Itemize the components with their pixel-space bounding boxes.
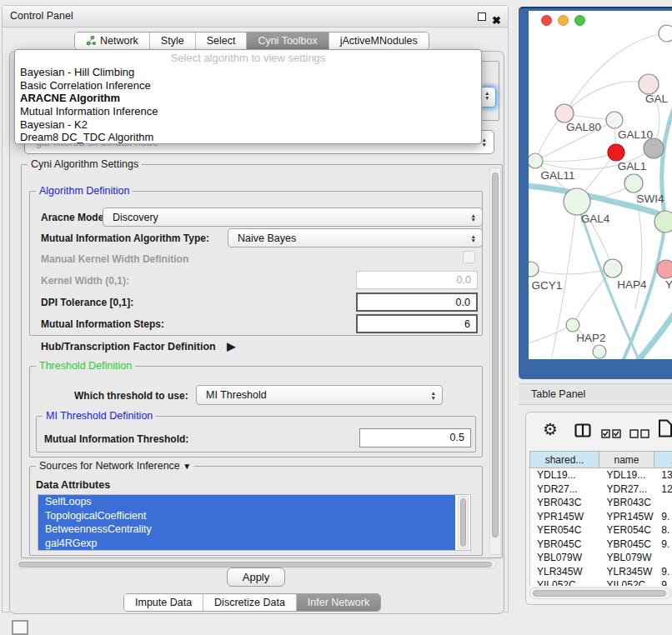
- node[interactable]: [639, 74, 659, 94]
- list-item[interactable]: SelfLoops: [38, 495, 455, 509]
- combo-arrows-icon: ▲▼: [471, 212, 476, 222]
- zoom-window-traffic-light[interactable]: [574, 15, 585, 26]
- table-row[interactable]: YLR345W YLR345W 9.: [530, 565, 672, 579]
- close-window-traffic-light[interactable]: [541, 15, 552, 26]
- node-label: SWI4: [636, 192, 664, 205]
- which-threshold-combo[interactable]: MI Threshold ▲▼: [196, 385, 443, 405]
- network-graph: GAL GAL80 GAL10 GAL1 GAL11 SWI4 GAL4 GCY…: [529, 11, 672, 359]
- table-row[interactable]: YER054C YER054C 8.: [530, 523, 672, 538]
- table-row[interactable]: YBL079W YBL079W: [530, 551, 672, 565]
- column-header[interactable]: name: [599, 451, 654, 468]
- node-gal80[interactable]: [555, 104, 574, 122]
- popup-item[interactable]: Mutual Information Inference: [15, 105, 481, 118]
- table-row[interactable]: YDL19... YDL19... 13: [530, 468, 672, 482]
- node-gal10[interactable]: [606, 112, 623, 128]
- mi-algorithm-type-label: Mutual Information Algorithm Type:: [41, 232, 209, 244]
- partial-corner-button[interactable]: [12, 620, 28, 635]
- network-canvas[interactable]: GAL GAL80 GAL10 GAL1 GAL11 SWI4 GAL4 GCY…: [529, 11, 672, 359]
- table-row[interactable]: YPR145W YPR145W 9.: [530, 510, 672, 524]
- column-header[interactable]: A: [654, 451, 672, 468]
- popup-item[interactable]: Bayesian - K2: [15, 118, 481, 132]
- algorithm-dropdown-popup: Select algorithm to view settings Bayesi…: [14, 49, 482, 144]
- node-swi4[interactable]: [624, 174, 643, 192]
- table-panel-body: ⚙ shared... name A: [525, 412, 672, 605]
- node-gal11[interactable]: [529, 153, 543, 168]
- node-label: HAP2: [576, 332, 605, 344]
- minimize-window-traffic-light[interactable]: [558, 15, 569, 26]
- gear-icon[interactable]: ⚙: [543, 419, 558, 439]
- tab-select[interactable]: Select: [195, 32, 247, 49]
- node[interactable]: [659, 25, 672, 42]
- table-hscroll-thumb[interactable]: [533, 590, 666, 597]
- popup-item[interactable]: Basic Correlation Inference: [15, 79, 481, 92]
- tab-network[interactable]: Network: [75, 32, 149, 49]
- mi-steps-field[interactable]: 6: [356, 314, 478, 333]
- control-panel-titlebar: Control Panel ✖: [3, 6, 508, 28]
- node-gray[interactable]: [644, 138, 664, 158]
- split-columns-icon[interactable]: [574, 423, 591, 441]
- float-window-icon[interactable]: [478, 12, 486, 21]
- tab-cyni-toolbox[interactable]: Cyni Toolbox: [246, 32, 328, 49]
- table-panel-header: Table Panel: [519, 383, 672, 405]
- popup-item[interactable]: Dream8 DC_TDC Algorithm: [15, 131, 481, 144]
- node-label: GAL1: [618, 160, 647, 172]
- mi-threshold-field[interactable]: 0.5: [359, 428, 471, 448]
- network-icon: [86, 36, 96, 46]
- list-item[interactable]: gal4RGexp: [38, 537, 455, 551]
- threshold-definition-title: Threshold Definition: [36, 360, 135, 372]
- popup-item[interactable]: Bayesian - Hill Climbing: [15, 66, 481, 79]
- hub-definition-toggle[interactable]: Hub/Transcription Factor Definition ▶: [41, 340, 235, 352]
- which-threshold-label: Which threshold to use:: [74, 390, 188, 402]
- sources-title[interactable]: Sources for Network Inference ▼: [36, 460, 194, 472]
- settings-hscroll-thumb[interactable]: [18, 562, 492, 568]
- manual-kernel-width-checkbox: [463, 251, 475, 263]
- table-row[interactable]: YDR27... YDR27... 12: [530, 482, 672, 497]
- mi-steps-label: Mutual Information Steps:: [41, 318, 164, 330]
- clear-all-checkboxes-icon[interactable]: [629, 427, 649, 442]
- tab-infer-network[interactable]: Infer Network: [296, 594, 380, 611]
- dpi-tolerance-field[interactable]: 0.0: [356, 292, 478, 312]
- node-hap4[interactable]: [604, 259, 622, 278]
- kernel-width-label: Kernel Width (0,1):: [41, 275, 129, 287]
- node-gcy1[interactable]: [529, 262, 539, 277]
- node[interactable]: [593, 345, 606, 358]
- list-item[interactable]: BetweennessCentrality: [38, 522, 455, 537]
- select-all-checkboxes-icon[interactable]: [601, 427, 621, 442]
- settings-vscroll-thumb[interactable]: [492, 172, 499, 538]
- collapse-down-icon[interactable]: ▼: [183, 462, 191, 471]
- tab-style[interactable]: Style: [149, 32, 195, 49]
- expand-right-icon[interactable]: ▶: [227, 340, 235, 352]
- export-table-icon[interactable]: [658, 419, 672, 441]
- combo-arrows-icon: ▲▼: [484, 91, 489, 100]
- node-pink[interactable]: [657, 260, 672, 278]
- aracne-mode-combo[interactable]: Discovery ▲▼: [103, 208, 483, 227]
- node-label: GAL11: [540, 169, 574, 182]
- attributes-vertical-scrollbar[interactable]: [458, 496, 469, 549]
- close-panel-icon[interactable]: ✖: [492, 10, 501, 31]
- attributes-vscroll-thumb[interactable]: [460, 498, 466, 547]
- tab-discretize-data[interactable]: Discretize Data: [203, 594, 296, 611]
- table-row[interactable]: YBR045C YBR045C 9.: [530, 538, 672, 552]
- network-node-labels: GAL GAL80 GAL10 GAL1 GAL11 SWI4 GAL4 GCY…: [532, 92, 672, 344]
- popup-item-selected[interactable]: ARACNE Algorithm: [15, 92, 481, 105]
- apply-button[interactable]: Apply: [227, 568, 285, 587]
- tab-jactivemnodules[interactable]: jActiveMNodules: [328, 32, 429, 49]
- node-label: GAL10: [618, 128, 653, 141]
- node-gal1-selected[interactable]: [608, 144, 624, 161]
- manual-kernel-width-label: Manual Kernel Width Definition: [41, 253, 188, 265]
- table-row[interactable]: YIL052C YIL052C 9.: [530, 578, 672, 586]
- table-row[interactable]: YBR043C YBR043C: [530, 496, 672, 510]
- tab-impute-data[interactable]: Impute Data: [124, 594, 203, 611]
- table-horizontal-scrollbar[interactable]: [529, 588, 671, 599]
- node-gal4[interactable]: [564, 188, 590, 215]
- tab-network-label: Network: [100, 32, 138, 49]
- table-rows: YDL19... YDL19... 13 YDR27... YDR27... 1…: [529, 468, 672, 586]
- table-panel-title: Table Panel: [531, 388, 585, 400]
- column-header[interactable]: shared...: [529, 451, 599, 468]
- node[interactable]: [654, 211, 672, 232]
- list-item[interactable]: TopologicalCoefficient: [38, 509, 455, 523]
- settings-vertical-scrollbar[interactable]: [489, 168, 501, 555]
- mi-algorithm-type-combo[interactable]: Naive Bayes ▲▼: [228, 228, 483, 248]
- focused-combo-fragment[interactable]: ▲▼: [479, 87, 496, 108]
- node-hap2[interactable]: [566, 318, 579, 332]
